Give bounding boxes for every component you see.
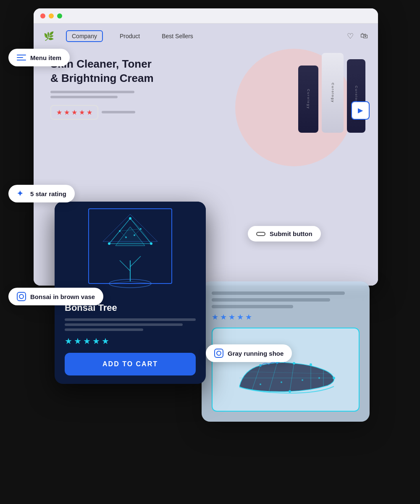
scan-icon-shoe — [214, 349, 223, 358]
bonsai-star-4: ★ — [92, 336, 100, 346]
browser-titlebar — [34, 8, 378, 24]
bonsai-star-5: ★ — [102, 336, 109, 346]
bonsai-tree-svg — [92, 206, 168, 290]
submit-area: ▶ — [351, 101, 370, 120]
shoe-star-2: ★ — [220, 312, 227, 322]
svg-line-2 — [130, 256, 141, 267]
bonsai-star-3: ★ — [83, 336, 91, 346]
star-5: ★ — [87, 108, 92, 116]
shoe-line-2 — [212, 298, 330, 302]
chip-menu-item: Menu item — [8, 49, 70, 66]
scan-icon-bonsai — [17, 292, 26, 301]
chip-shoe-label: Gray running shoe — [228, 350, 284, 357]
dot-red[interactable] — [40, 13, 45, 18]
chip-bonsai-label: Bonsai in brown vase — [30, 293, 95, 300]
svg-point-39 — [318, 377, 320, 379]
svg-line-14 — [130, 218, 141, 229]
bonsai-desc-line-3 — [65, 328, 143, 331]
shoe-stars: ★ ★ ★ ★ ★ — [212, 312, 360, 322]
svg-line-19 — [134, 229, 141, 235]
svg-point-32 — [293, 362, 295, 365]
svg-point-36 — [260, 383, 261, 385]
product-bottles: Curology Curology Curology — [298, 53, 365, 133]
submit-button-icon[interactable]: ▶ — [351, 101, 370, 120]
shoe-line-3 — [212, 305, 293, 308]
bonsai-star-2: ★ — [74, 336, 81, 346]
chip-bonsai: Bonsai in brown vase — [8, 288, 103, 305]
svg-point-33 — [310, 363, 312, 366]
cart-icon[interactable]: 🛍 — [360, 32, 368, 41]
svg-line-21 — [109, 281, 130, 284]
bonsai-desc-line-2 — [65, 323, 183, 326]
hero-desc-line-2 — [50, 96, 118, 98]
bottle-1: Curology — [298, 66, 318, 133]
link-icon — [256, 232, 265, 236]
svg-point-34 — [333, 377, 335, 379]
star-outline-icon: ✦ — [17, 189, 26, 198]
bottle-2: Curology — [322, 53, 344, 133]
svg-point-35 — [289, 390, 291, 393]
star-2: ★ — [64, 108, 70, 116]
rating-count-line — [102, 111, 135, 113]
svg-line-1 — [120, 260, 130, 271]
bonsai-description — [65, 318, 196, 331]
bonsai-info: Bonsai Tree ★ ★ ★ ★ ★ ADD TO CART — [55, 294, 206, 384]
bonsai-star-1: ★ — [65, 336, 72, 346]
shoe-image-area — [212, 328, 360, 412]
star-3: ★ — [71, 108, 77, 116]
wishlist-icon[interactable]: ♡ — [347, 32, 354, 41]
svg-point-37 — [281, 381, 282, 383]
shoe-line-1 — [212, 291, 345, 295]
shoe-star-4: ★ — [237, 312, 244, 322]
bottle-3: Curology — [347, 59, 365, 133]
dot-yellow[interactable] — [49, 13, 54, 18]
menu-lines-icon — [17, 53, 26, 62]
nav-product[interactable]: Product — [115, 31, 145, 41]
svg-point-38 — [302, 379, 303, 381]
svg-line-22 — [130, 281, 151, 284]
chip-submit-label: Submit button — [270, 230, 312, 237]
nav-bar: 🌿 Company Product Best Sellers ♡ 🛍 — [34, 24, 378, 49]
add-to-cart-button[interactable]: ADD TO CART — [65, 353, 196, 375]
nav-company[interactable]: Company — [66, 30, 103, 42]
star-box: ★ ★ ★ ★ ★ — [50, 105, 98, 120]
nav-icons: ♡ 🛍 — [347, 32, 368, 41]
shoe-star-3: ★ — [228, 312, 235, 322]
logo-icon: 🌿 — [44, 31, 54, 41]
chip-shoe: Gray running shoe — [206, 344, 292, 362]
shoe-description-lines — [212, 291, 360, 308]
chip-menu-label: Menu item — [30, 54, 61, 61]
chip-star-rating: ✦ 5 star rating — [8, 185, 75, 202]
bonsai-image-area — [55, 202, 206, 294]
shoe-star-1: ★ — [212, 312, 218, 322]
hero-section: Skin Cleaner, Toner & Brightning Cream ★… — [34, 49, 378, 128]
chip-rating-label: 5 star rating — [30, 190, 66, 197]
chip-submit-button: Submit button — [248, 226, 321, 242]
nav-bestsellers[interactable]: Best Sellers — [157, 31, 198, 41]
bonsai-stars: ★ ★ ★ ★ ★ — [65, 336, 196, 346]
shoe-star-5: ★ — [245, 312, 252, 322]
dot-green[interactable] — [57, 13, 62, 18]
star-1: ★ — [56, 108, 62, 116]
hero-desc-line-1 — [50, 91, 134, 93]
bonsai-desc-line-1 — [65, 318, 196, 321]
star-4: ★ — [79, 108, 85, 116]
